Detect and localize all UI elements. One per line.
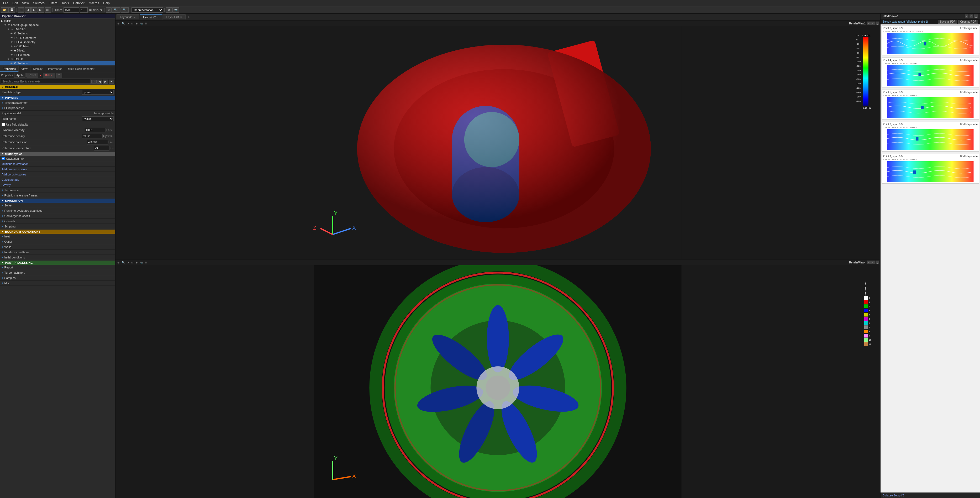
toolbar-settings[interactable]: ⚙ xyxy=(166,7,172,13)
sim-type-select[interactable]: pump xyxy=(82,90,114,94)
ref-density-input[interactable] xyxy=(82,134,103,139)
time-input[interactable] xyxy=(64,7,79,13)
vp4-reset-cam[interactable]: ⊙ xyxy=(116,261,120,264)
toolbar-zoom-in[interactable]: 🔍+ xyxy=(112,7,121,13)
collapse-setup[interactable]: Collapse Setup #3 xyxy=(881,493,980,498)
calc-age-link[interactable]: Calculate age xyxy=(2,178,114,181)
tree-cfd-geo[interactable]: 👁 + CFD Geometry xyxy=(0,36,115,40)
section-post[interactable]: ▼ POST-PROCESSING xyxy=(0,260,115,265)
expand-walls[interactable]: + xyxy=(2,245,3,249)
html-min-btn[interactable]: _ xyxy=(974,14,978,18)
menu-view[interactable]: View xyxy=(20,1,31,5)
vp4-pick[interactable]: ⊕ xyxy=(135,261,138,264)
vp4-close[interactable]: ✕ xyxy=(867,260,871,264)
toolbar-rewind[interactable]: ⏮ xyxy=(18,7,24,13)
expand-scripting[interactable]: + xyxy=(2,225,3,228)
expand-outlet[interactable]: + xyxy=(2,240,3,243)
tab-information[interactable]: Information xyxy=(45,66,65,72)
layout-tab-3[interactable]: Layout #3✕ xyxy=(163,14,186,19)
tab-close-1[interactable]: ✕ xyxy=(134,16,136,19)
vp4-settings[interactable]: ⚙ xyxy=(144,261,148,264)
search-prev-btn[interactable]: ◀ xyxy=(97,80,102,83)
dyn-visc-input[interactable] xyxy=(85,128,106,132)
tree-tcfd1[interactable]: 👁 ▼ TCFD1 xyxy=(0,57,115,61)
menu-file[interactable]: File xyxy=(1,1,10,5)
vp1-settings[interactable]: ⚙ xyxy=(144,22,148,25)
tab-close-3[interactable]: ✕ xyxy=(180,16,182,19)
open-pdf-btn[interactable]: Open as PDF xyxy=(958,20,978,24)
tree-tmesh1[interactable]: 👁 ▼ TMESH1 xyxy=(0,27,115,31)
vp4-screenshot[interactable]: 📷 xyxy=(139,261,143,264)
menu-help[interactable]: Help xyxy=(101,1,112,5)
vp1-pick[interactable]: ⊕ xyxy=(135,22,138,25)
expand-interface[interactable]: + xyxy=(2,251,3,254)
ref-temp-input[interactable] xyxy=(94,146,110,150)
vp1-interact[interactable]: ↗ xyxy=(126,22,130,25)
menu-catalyst[interactable]: Catalyst xyxy=(71,1,87,5)
tab-view[interactable]: View xyxy=(19,66,30,72)
time-step-input[interactable] xyxy=(80,7,88,13)
render-view-4[interactable]: ⊙ 🔍 ↗ ▭ ⊕ 📷 ⚙ RenderView4 ✕ □ _ xyxy=(116,260,880,498)
passive-link[interactable]: Add passive scalars xyxy=(2,168,114,171)
toolbar-save[interactable]: 💾 xyxy=(8,7,15,13)
expand-icon2[interactable]: + xyxy=(2,106,3,110)
section-multiphysics[interactable]: ▼ Multiphysics xyxy=(0,152,115,156)
tree-fea-geo[interactable]: 👁 + FEA Geometry xyxy=(0,40,115,44)
tree-fea-mesh[interactable]: 👁 + FEA Mesh xyxy=(0,53,115,57)
apply-button[interactable]: Apply xyxy=(14,73,25,78)
expand-turbulence[interactable]: + xyxy=(2,188,3,192)
render-canvas-1[interactable]: X Y Z 3.8e+01 xyxy=(116,26,880,259)
toolbar-play[interactable]: ▶ xyxy=(31,7,37,13)
layout-add-btn[interactable]: + xyxy=(186,15,191,19)
render-canvas-4[interactable]: X Y vtkBlockColors 01234567891011 xyxy=(116,265,880,498)
vp1-expand[interactable]: □ xyxy=(871,22,875,25)
render-view-1[interactable]: ⊙ 🔍 ↗ ▭ ⊕ 📷 ⚙ RenderView1 ✕ □ _ xyxy=(116,21,880,260)
expand-conv[interactable]: + xyxy=(2,214,3,217)
tab-close-2[interactable]: ✕ xyxy=(157,16,159,19)
vp4-minimize[interactable]: _ xyxy=(875,260,879,264)
vp1-minimize[interactable]: _ xyxy=(875,22,879,25)
search-star-btn[interactable]: ★ xyxy=(109,80,114,83)
section-general[interactable]: ▼ GENERAL xyxy=(0,85,115,89)
search-next-btn[interactable]: ▶ xyxy=(103,80,108,83)
tab-display[interactable]: Display xyxy=(30,66,45,72)
fluid-name-select[interactable]: water xyxy=(82,117,114,121)
section-bc[interactable]: ▼ BOUNDARY CONDITIONS xyxy=(0,230,115,234)
menu-edit[interactable]: Edit xyxy=(10,1,20,5)
expand-initial[interactable]: + xyxy=(2,256,3,259)
expand-turbomachinery[interactable]: + xyxy=(2,271,3,274)
fluid-defaults-check[interactable] xyxy=(2,123,5,126)
vp4-interact[interactable]: ↗ xyxy=(126,261,130,264)
toolbar-open[interactable]: 📂 xyxy=(1,7,8,13)
expand-misc[interactable]: + xyxy=(2,282,3,285)
ref-pressure-input[interactable] xyxy=(87,140,108,144)
tree-settings2[interactable]: 👁 ⚙ Settings xyxy=(0,61,115,65)
toolbar-end[interactable]: ⏭ xyxy=(45,7,51,13)
help-button[interactable]: ? xyxy=(56,73,62,78)
toolbar-prev[interactable]: ◀ xyxy=(25,7,31,13)
reset-button[interactable]: Reset xyxy=(27,73,38,78)
toolbar-next[interactable]: ▶| xyxy=(38,7,44,13)
save-pdf-btn[interactable]: Save as PDF xyxy=(938,20,957,24)
menu-sources[interactable]: Sources xyxy=(31,1,47,5)
tree-builtin[interactable]: ▶ builtin: xyxy=(0,19,115,23)
expand-samples[interactable]: + xyxy=(2,276,3,279)
vp4-select[interactable]: ▭ xyxy=(130,261,134,264)
prop-search-input[interactable] xyxy=(1,79,91,84)
expand-icon[interactable]: + xyxy=(2,101,3,104)
tree-tcae[interactable]: 👁 ▼ centrifugal-pump.tcae xyxy=(0,23,115,27)
search-clear-btn[interactable]: ✕ xyxy=(91,80,97,83)
vp1-screenshot[interactable]: 📷 xyxy=(139,22,143,25)
html-expand-btn[interactable]: □ xyxy=(969,14,973,18)
vp1-select[interactable]: ▭ xyxy=(130,22,134,25)
multiphase-link[interactable]: Multiphase cavitation xyxy=(2,162,114,166)
expand-controls[interactable]: + xyxy=(2,220,3,223)
tree-settings1[interactable]: 👁 ⚙ Settings xyxy=(0,31,115,36)
tree-slice1[interactable]: 👁 ◆ Slice1 xyxy=(0,48,115,53)
vp1-close[interactable]: ✕ xyxy=(867,22,871,25)
toolbar-zoom-reset[interactable]: ⊙ xyxy=(106,7,111,13)
cavitation-check[interactable] xyxy=(2,157,5,160)
tree-cfd-mesh[interactable]: 👁 + CFD Mesh xyxy=(0,44,115,48)
layout-tab-1[interactable]: Layout #1✕ xyxy=(116,14,139,19)
vp4-expand[interactable]: □ xyxy=(871,260,875,264)
